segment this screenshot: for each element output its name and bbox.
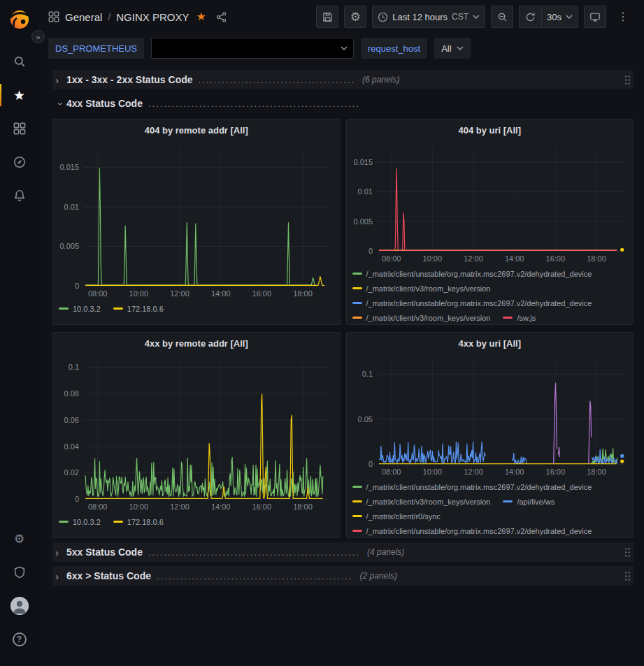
legend-series-color — [113, 307, 123, 310]
legend-item[interactable]: /_matrix/client/v3/room_keys/version — [352, 281, 491, 296]
request-host-variable-label[interactable]: request_host — [361, 38, 427, 59]
legend-series-name: /_matrix/client/unstable/org.matrix.msc2… — [366, 270, 592, 278]
row-drag-handle[interactable] — [624, 75, 631, 85]
row-title: 4xx Status Code — [66, 98, 143, 109]
sidebar-item-starred[interactable]: ★ — [0, 78, 38, 112]
legend-item[interactable]: /api/live/ws — [503, 494, 554, 509]
row-header-6xx[interactable]: › 6xx > Status Code ....................… — [52, 566, 634, 586]
panel-title[interactable]: 404 by uri [All] — [347, 120, 634, 140]
legend-series-color — [352, 500, 362, 502]
sidebar-item-search[interactable] — [0, 45, 38, 78]
breadcrumb-dashboard-title[interactable]: NGINX PROXY — [116, 11, 189, 23]
legend-item[interactable]: /_matrix/client/v3/room_keys/version — [352, 310, 491, 324]
help-question-mark: ? — [17, 635, 22, 644]
panel-title[interactable]: 4xx by uri [All] — [347, 333, 634, 354]
row-title: 6xx > Status Code — [66, 570, 151, 581]
gear-icon: ⚙ — [14, 533, 24, 545]
legend-item[interactable]: 172.18.0.6 — [113, 514, 164, 529]
top-navigation-bar: General / NGINX PROXY ★ ⚙ Last 12 hours … — [38, 0, 644, 34]
svg-text:0.08: 0.08 — [64, 389, 79, 398]
legend-series-name: /_matrix/client/r0/sync — [366, 512, 441, 521]
refresh-icon — [525, 12, 536, 22]
legend-item[interactable]: /_matrix/client/r0/sync — [352, 509, 441, 523]
panel-4xx-by-uri: 4xx by uri [All] 08:0010:0012:0014:0016:… — [346, 332, 634, 538]
share-icon[interactable] — [216, 12, 227, 22]
legend-series-color — [352, 302, 362, 304]
grafana-logo-icon — [8, 7, 31, 31]
refresh-controls: 30s — [519, 6, 578, 28]
legend-series-name: /_matrix/client/v3/room_keys/version — [366, 498, 491, 506]
sidebar-item-explore[interactable] — [0, 145, 38, 179]
sidebar-item-configuration[interactable]: ⚙ — [0, 522, 38, 556]
legend-series-color — [59, 307, 69, 310]
legend-item[interactable]: /_matrix/client/unstable/org.matrix.msc2… — [352, 479, 592, 494]
legend-item[interactable]: 10.0.3.2 — [59, 514, 101, 529]
kebab-icon: ⋮ — [617, 11, 629, 22]
panel-title[interactable]: 404 by remote addr [All] — [53, 120, 340, 140]
row-header-1xx-3xx-2xx[interactable]: › 1xx - 3xx - 2xx Status Code ..........… — [52, 70, 634, 89]
kebab-menu-button[interactable]: ⋮ — [612, 6, 634, 28]
dashboard-settings-button[interactable]: ⚙ — [344, 6, 366, 28]
sidebar-item-help[interactable]: ? — [0, 623, 38, 656]
sidebar-item-profile[interactable] — [0, 589, 38, 623]
time-range-picker[interactable]: Last 12 hours CST — [372, 6, 485, 28]
legend-series-color — [352, 530, 362, 532]
legend-series-name: /sw.js — [517, 314, 536, 322]
legend-item[interactable]: /_matrix/client/unstable/org.matrix.msc2… — [352, 296, 592, 310]
sidebar-expand-button[interactable]: » — [31, 30, 45, 43]
refresh-interval-dropdown[interactable]: 30s — [541, 6, 578, 28]
sidebar: ★ ⚙ — [0, 0, 38, 666]
sidebar-item-alerting[interactable] — [0, 179, 38, 212]
save-dashboard-button[interactable] — [316, 6, 338, 28]
time-series-chart[interactable]: 08:0010:0012:0014:0016:0018:0000.020.040… — [53, 354, 340, 513]
legend-item[interactable]: 172.18.0.6 — [113, 301, 164, 316]
row-header-5xx[interactable]: › 5xx Status Code ......................… — [52, 542, 634, 562]
search-icon — [13, 55, 26, 68]
legend-item[interactable]: /_matrix/client/v3/room_keys/version — [352, 494, 491, 509]
request-host-variable-select[interactable]: All — [434, 38, 470, 59]
svg-text:0: 0 — [368, 460, 372, 468]
grafana-logo[interactable] — [8, 7, 31, 31]
sidebar-item-server-admin[interactable] — [0, 556, 38, 589]
legend-series-color — [352, 486, 362, 488]
favorite-star-icon[interactable]: ★ — [196, 11, 206, 22]
breadcrumb-apps-icon — [48, 11, 59, 22]
row-panel-count: (4 panels) — [367, 547, 404, 557]
legend-series-color — [352, 515, 362, 517]
panel-title[interactable]: 4xx by remote addr [All] — [53, 333, 340, 354]
row-title-dots: ........................................… — [157, 571, 353, 581]
zoom-out-time-button[interactable] — [491, 6, 513, 28]
refresh-button[interactable] — [519, 6, 541, 28]
breadcrumb-divider: / — [108, 11, 110, 22]
time-range-label: Last 12 hours — [392, 12, 448, 22]
row-drag-handle[interactable] — [624, 571, 631, 581]
svg-text:10:00: 10:00 — [129, 289, 149, 298]
time-series-chart[interactable]: 08:0010:0012:0014:0016:0018:0000.0050.01… — [347, 140, 634, 265]
legend-item[interactable]: /_matrix/client/unstable/org.matrix.msc2… — [352, 266, 592, 281]
svg-text:0.015: 0.015 — [353, 158, 373, 166]
svg-text:10:00: 10:00 — [129, 502, 149, 511]
datasource-variable-label[interactable]: DS_PROMETHEUS — [48, 38, 144, 59]
legend-item[interactable]: 10.0.3.2 — [59, 301, 101, 316]
row-title-dots: ........................................… — [148, 547, 360, 558]
row-drag-handle[interactable] — [624, 547, 631, 558]
legend-item[interactable]: /sw.js — [503, 310, 536, 324]
row-title: 5xx Status Code — [66, 546, 143, 558]
bell-icon — [13, 189, 26, 202]
row-header-4xx[interactable]: › 4xx Status Code ......................… — [52, 94, 634, 113]
svg-text:12:00: 12:00 — [464, 468, 483, 476]
legend-series-name: 10.0.3.2 — [73, 518, 101, 526]
svg-text:0: 0 — [75, 495, 79, 503]
zoom-out-icon — [497, 12, 508, 22]
svg-text:08:00: 08:00 — [381, 254, 401, 263]
tv-mode-button[interactable] — [584, 6, 606, 28]
time-series-chart[interactable]: 08:0010:0012:0014:0016:0018:0000.0050.01… — [53, 140, 340, 300]
svg-text:0.1: 0.1 — [362, 370, 372, 378]
legend-item[interactable]: /_matrix/client/unstable/org.matrix.msc2… — [352, 523, 592, 537]
time-series-chart[interactable]: 08:0010:0012:0014:0016:0018:0000.050.1 — [347, 354, 634, 478]
request-host-variable-value: All — [441, 43, 451, 54]
sidebar-item-dashboards[interactable] — [0, 112, 38, 145]
svg-text:0.1: 0.1 — [69, 363, 79, 371]
datasource-variable-select[interactable] — [151, 38, 354, 59]
breadcrumb-folder[interactable]: General — [65, 11, 102, 23]
